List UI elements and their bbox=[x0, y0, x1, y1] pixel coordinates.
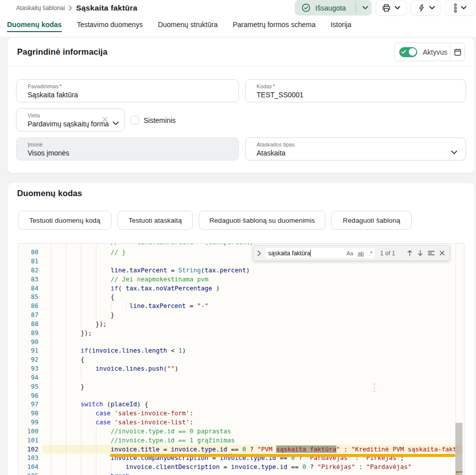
code-editor[interactable]: 79 // line.taxPercent = (tax.percent)80 … bbox=[18, 243, 464, 475]
code-line-102[interactable]: 102 invoice.title = invoice.type.id == 0… bbox=[19, 445, 462, 454]
code-line-88[interactable]: 88 }); bbox=[19, 320, 462, 329]
save-dropdown-button[interactable] bbox=[359, 0, 372, 16]
indent-guide bbox=[51, 338, 51, 347]
code-text: } bbox=[51, 310, 456, 320]
code-line-99[interactable]: 99 case 'sales-invoice-list': bbox=[19, 418, 462, 427]
code-line-85[interactable]: 85 { bbox=[19, 292, 462, 301]
code-text: invoice.lines.push("") bbox=[51, 364, 456, 373]
system-checkbox-label: Sisteminis bbox=[144, 116, 176, 124]
editor-scrollbar-thumb[interactable] bbox=[455, 423, 462, 475]
check-circle-icon bbox=[302, 4, 310, 12]
line-number: 93 bbox=[19, 364, 39, 373]
indent-guide bbox=[51, 391, 51, 400]
tab-parametrų-formos-schema[interactable]: Parametrų formos schema bbox=[232, 21, 315, 32]
kebab-menu-icon bbox=[454, 4, 457, 13]
line-number: 98 bbox=[19, 409, 39, 418]
button-redaguoti-šabloną[interactable]: Redaguoti šabloną bbox=[331, 211, 412, 230]
save-status-label: Išsaugota bbox=[315, 4, 346, 12]
toggle-replace-chevron-icon[interactable] bbox=[254, 250, 265, 256]
company-field: Įmonė Visos įmonės bbox=[16, 137, 239, 161]
code-line-93[interactable]: 93 invoice.lines.push("") bbox=[19, 364, 462, 373]
code-text: switch (placeId) { bbox=[51, 400, 456, 409]
company-field-value: Visos įmonės bbox=[28, 149, 69, 157]
indent-guide bbox=[81, 373, 81, 382]
tab-duomenų-struktūra[interactable]: Duomenų struktūra bbox=[158, 21, 217, 32]
previous-match-button[interactable] bbox=[407, 250, 413, 256]
code-line-87[interactable]: 87 } bbox=[19, 310, 462, 320]
chevron-down-icon bbox=[112, 118, 119, 127]
data-code-card: Duomenų kodas Testuoti duomenų kodąTestu… bbox=[8, 183, 474, 475]
lightning-icon bbox=[418, 4, 425, 12]
code-line-83[interactable]: 83 // Jei neapmokestinama pvm bbox=[19, 275, 462, 284]
code-line-98[interactable]: 98 case 'sales-invoice-form': bbox=[19, 409, 462, 418]
code-text: line.taxPercent = "-" bbox=[51, 301, 456, 310]
line-number: 87 bbox=[19, 310, 39, 320]
report-type-label: Ataskaitos tipas bbox=[257, 141, 295, 147]
button-testuoti-ataskaitą[interactable]: Testuoti ataskaitą bbox=[117, 211, 193, 230]
code-line-94[interactable]: 94 bbox=[19, 373, 462, 382]
report-type-select[interactable]: Ataskaitos tipas Ataskaita bbox=[245, 137, 466, 161]
tab-bar: Duomenų kodasTestavimo duomenysDuomenų s… bbox=[7, 21, 367, 32]
indent-guide bbox=[66, 373, 66, 382]
line-number: 83 bbox=[19, 275, 39, 284]
code-line-86[interactable]: 86 line.taxPercent = "-" bbox=[19, 301, 462, 310]
location-select[interactable]: Vieta Pardavimų sąskaitų forma bbox=[16, 108, 125, 131]
close-find-button[interactable] bbox=[439, 250, 445, 256]
save-status-button[interactable]: Išsaugota bbox=[295, 0, 372, 16]
line-number: 85 bbox=[19, 292, 39, 301]
required-asterisk: * bbox=[60, 83, 62, 89]
find-input[interactable]: sąskaita faktūra Aa ab .* bbox=[265, 247, 376, 259]
code-line-97[interactable]: 97 switch (placeId) { bbox=[19, 400, 462, 409]
code-field[interactable]: Kodas* TEST_SS0001 bbox=[245, 79, 466, 102]
card-divider bbox=[8, 66, 474, 66]
indent-guide bbox=[51, 257, 51, 266]
calendar-button[interactable] bbox=[450, 43, 465, 61]
match-case-button[interactable]: Aa bbox=[346, 250, 353, 256]
code-line-95[interactable]: 95 } bbox=[19, 382, 462, 391]
line-number: 94 bbox=[19, 373, 39, 382]
code-field-value: TEST_SS0001 bbox=[257, 91, 303, 99]
code-line-100[interactable]: 100 //invoice.type.id == 0 paprastas bbox=[19, 427, 462, 436]
clear-icon[interactable] bbox=[102, 115, 108, 124]
code-line-89[interactable]: 89 }); bbox=[19, 329, 462, 338]
code-lines: 79 // line.taxPercent = (tax.percent)80 … bbox=[19, 244, 462, 475]
top-bar: Ataskaitų šablonai Sąskaita faktūra Išsa… bbox=[0, 0, 476, 37]
code-line-105[interactable]: 105 break; bbox=[19, 471, 462, 475]
code-text: line.taxPercent = String(tax.percent) bbox=[51, 266, 456, 275]
text-caret bbox=[310, 250, 311, 257]
more-actions-button[interactable] bbox=[445, 0, 475, 16]
code-line-96[interactable]: 96 bbox=[19, 391, 462, 400]
tab-testavimo-duomenys[interactable]: Testavimo duomenys bbox=[77, 21, 143, 32]
line-number: 88 bbox=[19, 320, 39, 329]
next-match-button[interactable] bbox=[417, 250, 423, 256]
find-in-selection-button[interactable] bbox=[428, 250, 435, 256]
system-checkbox[interactable] bbox=[131, 116, 139, 124]
code-line-82[interactable]: 82 line.taxPercent = String(tax.percent) bbox=[19, 266, 462, 275]
tab-duomenų-kodas[interactable]: Duomenų kodas bbox=[7, 21, 62, 32]
code-text: invoice.clientDescription = invoice.type… bbox=[51, 462, 456, 471]
name-field[interactable]: Pavadinimas* Sąskaita faktūra bbox=[16, 79, 239, 102]
code-line-91[interactable]: 91 if(invoice.lines.length < 1) bbox=[19, 346, 462, 355]
code-text: //invoice.type.id == 0 paprastas bbox=[51, 427, 456, 436]
code-line-92[interactable]: 92 { bbox=[19, 355, 462, 364]
whole-word-button[interactable]: ab bbox=[358, 250, 364, 256]
company-field-label: Įmonė bbox=[28, 141, 43, 147]
toolbar-actions: Išsaugota bbox=[0, 0, 476, 16]
report-type-value: Ataskaita bbox=[257, 149, 286, 157]
location-select-label: Vieta bbox=[28, 112, 40, 118]
print-button[interactable] bbox=[376, 0, 407, 16]
toggle-knob bbox=[409, 48, 416, 56]
regex-button[interactable]: .* bbox=[369, 250, 373, 256]
line-number: 91 bbox=[19, 346, 39, 355]
code-line-101[interactable]: 101 //invoice.type.id == 1 grąžinimas bbox=[19, 436, 462, 445]
button-testuoti-duomenų-kodą[interactable]: Testuoti duomenų kodą bbox=[18, 211, 111, 230]
tab-istorija[interactable]: Istorija bbox=[330, 21, 351, 32]
active-toggle[interactable] bbox=[399, 47, 417, 57]
code-line-84[interactable]: 84 if( tax.tax.noVatPercentage ) bbox=[19, 284, 462, 293]
button-redaguoti-šabloną-su-duomenimis[interactable]: Redaguoti šabloną su duomenimis bbox=[199, 211, 325, 230]
active-toggle-label: Aktyvus bbox=[423, 48, 447, 56]
code-line-90[interactable]: 90 bbox=[19, 338, 462, 347]
code-field-label: Kodas bbox=[257, 83, 272, 89]
code-line-104[interactable]: 104 invoice.clientDescription = invoice.… bbox=[19, 462, 462, 471]
automation-button[interactable] bbox=[411, 0, 441, 16]
